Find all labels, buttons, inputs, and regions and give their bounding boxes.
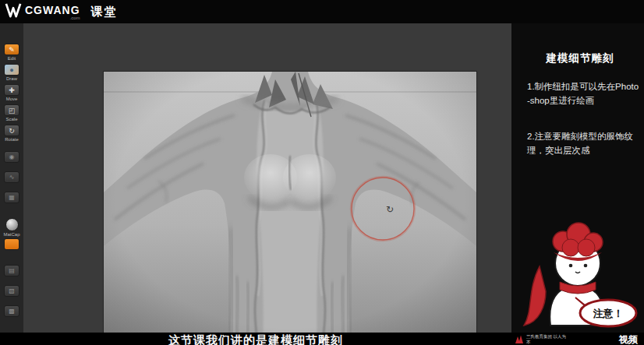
- notes-panel: 建模细节雕刻 1.制作纽扣是可以先在Photo-shop里进行绘画 2.注意要雕…: [511, 23, 644, 333]
- tool-scale[interactable]: ◰ Scale: [0, 104, 23, 123]
- matcap-sphere-icon: [5, 218, 19, 231]
- bubble-text: 注意！: [593, 308, 624, 319]
- document-icon: ▩: [4, 305, 19, 317]
- mascot-illustration: 注意！: [516, 218, 639, 329]
- tool-move[interactable]: ✚ Move: [0, 84, 23, 103]
- cgwang-logo-icon: [5, 2, 22, 21]
- workspace: ↻: [23, 23, 511, 333]
- logo-suffix-text: 课堂: [91, 5, 118, 19]
- rotate-cursor-icon: ↻: [386, 204, 394, 215]
- tool-stroke[interactable]: ∿: [0, 171, 23, 190]
- tool-label: [0, 317, 23, 323]
- move-icon: ✚: [4, 84, 19, 96]
- rotate-icon: ↻: [4, 125, 19, 136]
- tool-layer[interactable]: ▤: [0, 265, 23, 283]
- tool-label: [0, 297, 23, 303]
- notes-title: 建模细节雕刻: [533, 51, 627, 65]
- brush-icon: ◉: [4, 151, 19, 163]
- tool-color[interactable]: [0, 238, 23, 257]
- tool-label: Edit: [0, 55, 23, 62]
- note-item-1: 1.制作纽扣是可以先在Photo-shop里进行绘画: [527, 79, 639, 108]
- tool-label: [0, 250, 23, 256]
- tool-grid[interactable]: ▧: [0, 285, 23, 304]
- tool-label: [0, 276, 23, 283]
- tool-label: Move: [0, 96, 23, 102]
- stroke-icon: ∿: [4, 171, 19, 183]
- tool-edit[interactable]: ✎ Edit: [0, 44, 23, 62]
- brand-text: 三氏教育集团 以人为本: [526, 334, 570, 345]
- tool-label: [0, 163, 23, 169]
- tool-brush[interactable]: ◉: [0, 151, 23, 170]
- tool-label: Scale: [0, 116, 23, 122]
- logo-main-text: CGWANG: [25, 4, 80, 16]
- brand-logo-icon: [515, 334, 524, 345]
- tool-label: Rotate: [0, 136, 23, 143]
- draw-icon: ●: [4, 64, 19, 76]
- edit-icon: ✎: [4, 44, 19, 55]
- sculpt-viewport[interactable]: ↻: [104, 72, 476, 345]
- tool-label: Draw: [0, 76, 23, 82]
- sculpt-render: ↻: [104, 72, 476, 345]
- tool-label: [0, 183, 23, 189]
- grid-icon: ▧: [4, 285, 19, 297]
- brand-right-text: 视频: [619, 333, 644, 345]
- tool-draw[interactable]: ● Draw: [0, 64, 23, 83]
- subtitle-bar: 这节课我们讲的是建模细节雕刻: [0, 333, 511, 345]
- tool-matcap[interactable]: MatCap: [0, 218, 23, 237]
- tool-alpha[interactable]: ▦: [0, 192, 23, 210]
- layer-icon: ▤: [4, 265, 19, 276]
- alpha-icon: ▦: [4, 192, 19, 203]
- scale-icon: ◰: [4, 104, 19, 116]
- note-item-2: 2.注意要雕刻模型的服饰纹理，突出层次感: [527, 129, 639, 158]
- title-bar: CGWANG .com 课堂: [0, 0, 644, 23]
- color-swatch-icon: [4, 238, 19, 250]
- left-tool-shelf: ✎ Edit ● Draw ✚ Move ◰ Scale ↻ Rotate ◉ …: [0, 23, 23, 333]
- logo-text: CGWANG .com: [25, 3, 80, 20]
- footer-branding: 三氏教育集团 以人为本 视频: [511, 333, 644, 345]
- tool-label: [0, 203, 23, 209]
- tool-rotate[interactable]: ↻ Rotate: [0, 125, 23, 143]
- mascot: 注意！: [516, 218, 639, 329]
- tool-label: MatCap: [0, 231, 23, 238]
- app-window: CGWANG .com 课堂 0.082,0.243,0.170 Rgb Zad…: [0, 0, 644, 345]
- tool-document[interactable]: ▩: [0, 305, 23, 324]
- subtitle-text: 这节课我们讲的是建模细节雕刻: [0, 333, 511, 345]
